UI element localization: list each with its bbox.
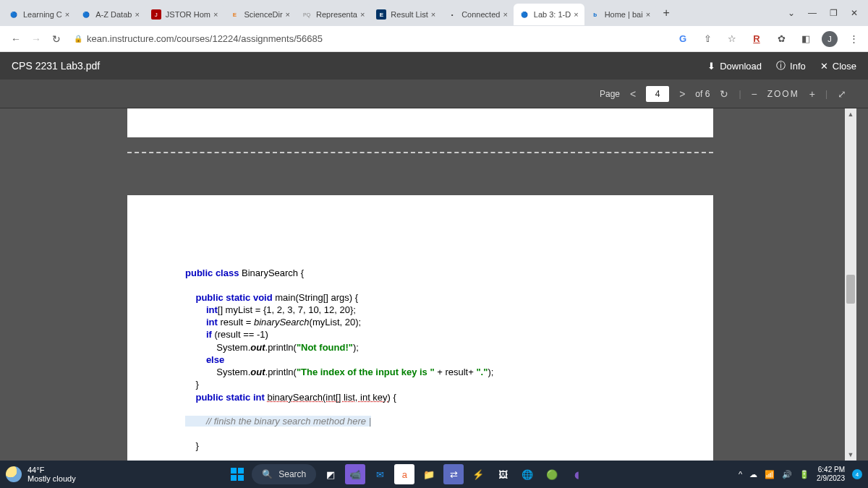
search-label: Search xyxy=(278,469,306,479)
page-total: of 6 xyxy=(695,89,710,99)
chevron-down-icon[interactable]: ⌄ xyxy=(788,8,795,18)
power-icon[interactable]: ⚡ xyxy=(468,464,488,484)
taskbar-center: 🔍Search ◩ 📹 ✉ a 📁 ⇄ ⚡ 🖼 🌐 🟢 ◖ xyxy=(76,464,739,484)
close-icon[interactable]: × xyxy=(286,10,290,19)
time: 6:42 PM xyxy=(817,466,845,474)
file-explorer-icon[interactable]: 📁 xyxy=(419,464,439,484)
pdf-viewport[interactable]: public class BinarySearch { public stati… xyxy=(0,108,868,461)
app-icon[interactable]: ⇄ xyxy=(443,464,464,484)
prev-page-button[interactable]: < xyxy=(630,88,636,100)
info-button[interactable]: ⓘInfo xyxy=(776,59,806,72)
svg-rect-1 xyxy=(238,468,244,474)
browser-tabs-row: 🔵Learning C× 🔵A-Z Datab× JJSTOR Hom× ESc… xyxy=(0,0,868,26)
profile-avatar[interactable]: J xyxy=(822,31,838,47)
tab-title: Result List xyxy=(391,10,427,19)
scroll-up-icon[interactable]: ▲ xyxy=(845,108,856,120)
tab-lab3[interactable]: 🔵Lab 3: 1-D× xyxy=(514,4,584,25)
close-icon[interactable]: × xyxy=(65,10,69,19)
reload-button[interactable]: ↻ xyxy=(46,29,67,49)
tab-jstor[interactable]: JJSTOR Hom× xyxy=(145,4,224,25)
favicon-icon: 🔵 xyxy=(519,9,529,20)
back-button[interactable]: ← xyxy=(6,29,26,49)
close-icon[interactable]: × xyxy=(213,10,218,19)
new-tab-button[interactable]: + xyxy=(656,3,676,23)
minimize-icon[interactable]: — xyxy=(808,8,817,18)
extensions-icon[interactable]: ✿ xyxy=(773,30,790,48)
clock[interactable]: 6:42 PM 2/9/2023 xyxy=(817,466,845,483)
tab-learning[interactable]: 🔵Learning C× xyxy=(3,4,75,25)
google-icon[interactable]: G xyxy=(674,30,692,48)
tab-az[interactable]: 🔵A-Z Datab× xyxy=(75,4,145,25)
rotate-button[interactable]: ↻ xyxy=(720,88,728,100)
share-icon[interactable]: ⇧ xyxy=(699,30,716,48)
search-icon: 🔍 xyxy=(262,469,273,479)
svg-rect-3 xyxy=(238,475,244,481)
next-page-button[interactable]: > xyxy=(679,88,685,100)
weather-condition: Mostly cloudy xyxy=(27,474,76,483)
edge-icon[interactable]: 🌐 xyxy=(517,464,537,484)
download-button[interactable]: ⬇Download xyxy=(707,61,762,72)
pdf-title: CPS 2231 Lab3.pdf xyxy=(12,60,693,72)
windows-taskbar: 44°F Mostly cloudy 🔍Search ◩ 📹 ✉ a 📁 ⇄ ⚡… xyxy=(0,461,868,488)
favicon-icon: • xyxy=(447,9,457,20)
scroll-down-icon[interactable]: ▼ xyxy=(845,449,856,461)
info-icon: ⓘ xyxy=(776,59,786,72)
scroll-thumb[interactable] xyxy=(846,275,855,304)
chevron-up-icon[interactable]: ^ xyxy=(739,470,742,479)
favicon-icon: J xyxy=(151,9,161,20)
lock-icon: 🔒 xyxy=(74,35,82,43)
favicon-icon: E xyxy=(376,9,386,20)
close-icon[interactable]: × xyxy=(360,10,365,19)
app-icon[interactable]: 📹 xyxy=(345,464,365,484)
zoom-out-button[interactable]: − xyxy=(752,88,757,100)
close-icon[interactable]: × xyxy=(574,10,578,19)
window-controls: ⌄ — ❐ ✕ xyxy=(788,8,865,18)
close-icon[interactable]: × xyxy=(503,10,507,19)
app-icon[interactable]: 🖼 xyxy=(493,464,513,484)
close-icon[interactable]: ✕ xyxy=(851,8,858,18)
maximize-icon[interactable]: ❐ xyxy=(830,8,838,18)
close-icon[interactable]: × xyxy=(646,10,650,19)
amazon-icon[interactable]: a xyxy=(394,464,414,484)
weather-widget[interactable]: 44°F Mostly cloudy xyxy=(6,466,76,483)
download-icon: ⬇ xyxy=(707,61,715,72)
close-icon: ✕ xyxy=(820,61,828,72)
tab-home[interactable]: bHome | bai× xyxy=(584,4,656,25)
tab-science[interactable]: EScienceDir× xyxy=(224,4,296,25)
close-icon[interactable]: × xyxy=(431,10,435,19)
favicon-icon: 🔵 xyxy=(9,9,19,20)
volume-icon[interactable]: 🔊 xyxy=(782,470,792,479)
eclipse-icon[interactable]: ◖ xyxy=(566,464,587,484)
task-view-button[interactable]: ◩ xyxy=(320,464,341,484)
tab-title: Connected xyxy=(461,10,500,19)
mail-icon[interactable]: ✉ xyxy=(370,464,390,484)
notification-badge[interactable]: 4 xyxy=(852,469,862,479)
download-label: Download xyxy=(720,61,762,72)
pdf-page: public class BinarySearch { public stati… xyxy=(127,195,713,461)
search-button[interactable]: 🔍Search xyxy=(252,464,316,484)
battery-icon[interactable]: 🔋 xyxy=(799,470,809,479)
start-button[interactable] xyxy=(227,464,247,484)
inner-scrollbar[interactable]: ▲ ▼ xyxy=(845,108,856,461)
chrome-icon[interactable]: 🟢 xyxy=(542,464,562,484)
close-button[interactable]: ✕Close xyxy=(820,61,856,72)
forward-button[interactable]: → xyxy=(26,29,46,49)
system-tray: ^ ☁ 📶 🔊 🔋 6:42 PM 2/9/2023 4 xyxy=(739,466,862,483)
menu-icon[interactable]: ⋮ xyxy=(845,30,862,48)
zoom-in-button[interactable]: + xyxy=(809,88,815,100)
tab-connected[interactable]: •Connected× xyxy=(441,4,514,25)
pdf-toolbar: Page < > of 6 ↻ | − ZOOM + | ⤢ xyxy=(0,80,868,108)
onedrive-icon[interactable]: ☁ xyxy=(749,470,757,479)
star-icon[interactable]: ☆ xyxy=(723,30,741,48)
tab-represent[interactable]: PQRepresenta× xyxy=(296,4,370,25)
wifi-icon[interactable]: 📶 xyxy=(765,470,775,479)
fullscreen-button[interactable]: ⤢ xyxy=(838,88,846,100)
favicon-icon: b xyxy=(590,9,600,20)
url-bar[interactable]: 🔒 kean.instructure.com/courses/12224/ass… xyxy=(67,33,667,44)
reading-list-icon[interactable]: ◧ xyxy=(797,30,814,48)
close-icon[interactable]: × xyxy=(135,10,139,19)
r-extension-icon[interactable]: R xyxy=(748,30,765,48)
tab-title: Representa xyxy=(316,10,357,19)
page-input[interactable] xyxy=(646,86,669,102)
tab-result[interactable]: EResult List× xyxy=(370,4,441,25)
